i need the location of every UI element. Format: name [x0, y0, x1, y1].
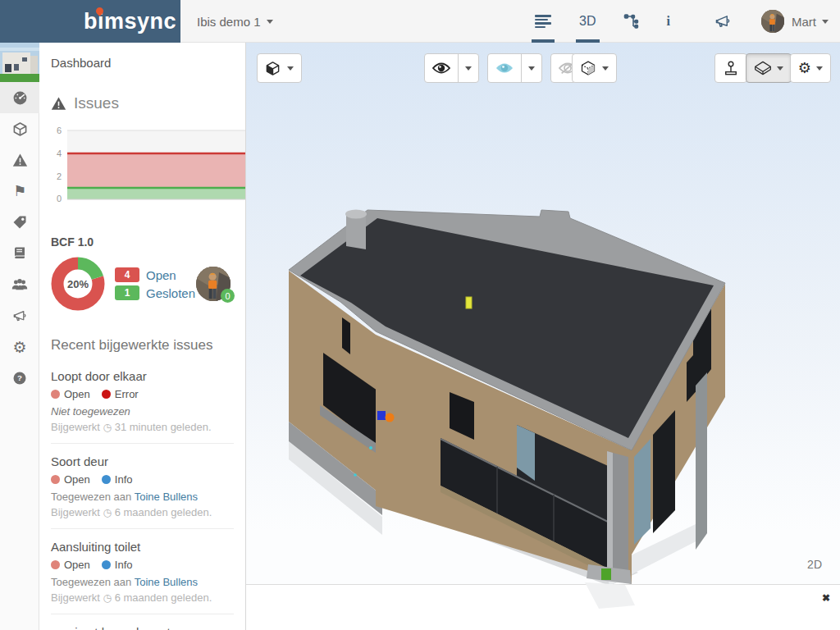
user-name: Mart	[792, 15, 816, 29]
sidebar-item-documents[interactable]	[0, 238, 39, 269]
closed-count-badge: 1	[115, 285, 139, 300]
chevron-down-icon	[816, 66, 823, 71]
issue-marker-orange[interactable]	[386, 413, 395, 422]
chevron-down-icon	[777, 66, 783, 71]
issue-list-item[interactable]: Loopt door elkaar Open Error Niet toegew…	[51, 358, 234, 444]
chimney[interactable]	[346, 213, 366, 249]
section-plane-icon	[754, 60, 772, 76]
sidebar-item-issues[interactable]	[0, 144, 39, 176]
issue-title: Loopt door elkaar	[51, 369, 234, 383]
close-icon[interactable]: ✖	[822, 592, 830, 604]
eye-icon	[432, 62, 450, 75]
warning-icon	[51, 96, 66, 112]
project-thumbnail[interactable]	[0, 43, 39, 82]
2d-mode-toggle[interactable]: 2D	[807, 558, 822, 571]
sidebar-item-models[interactable]	[0, 113, 39, 144]
sidebar-item-dashboard[interactable]	[0, 82, 39, 113]
bimsync-logo: bimsync	[84, 9, 176, 34]
chevron-down-icon	[465, 66, 472, 71]
chevron-down-icon	[287, 66, 294, 71]
show-transparent-dropdown[interactable]	[521, 54, 541, 82]
assignee-avatar[interactable]: 0	[196, 267, 231, 301]
project-name: Ibis demo 1	[197, 15, 261, 29]
sidebar-item-labels[interactable]	[0, 207, 39, 238]
chevron-down-icon	[528, 66, 535, 71]
user-menu[interactable]: Mart	[761, 0, 829, 43]
warning-icon	[12, 153, 28, 168]
avatar-count-badge: 0	[221, 289, 235, 303]
tab-structure-tree[interactable]	[619, 0, 642, 43]
dashboard-panel: Dashboard Issues 6 4 2 0 BCF 1.0	[39, 43, 246, 630]
issue-marker-cyan[interactable]	[369, 446, 372, 450]
viewer-settings-button[interactable]: ⚙	[790, 53, 831, 83]
sidebar-item-help[interactable]: ?	[0, 363, 39, 394]
sidebar-item-members[interactable]	[0, 269, 39, 300]
info-icon: i	[667, 14, 670, 29]
show-transparent-button[interactable]	[487, 53, 542, 83]
top-bar: bimsync Ibis demo 1 3D	[0, 0, 840, 43]
list-view-icon	[535, 13, 551, 30]
issue-list-item[interactable]: Aansluiting toilet Open Info Toegewezen …	[51, 529, 234, 614]
issue-marker-cyan[interactable]	[354, 473, 357, 477]
assignee-link[interactable]: Toine Bullens	[135, 576, 198, 588]
tab-list-view[interactable]	[532, 0, 555, 43]
model-viewer[interactable]: ⚙ 2D ✖	[246, 43, 840, 630]
svg-text:?: ?	[17, 373, 22, 382]
y-tick: 6	[57, 126, 62, 135]
user-avatar	[761, 10, 784, 33]
status-open-dot	[51, 560, 60, 569]
3d-view-label: 3D	[579, 14, 596, 29]
issue-list-item[interactable]: Soort deur Open Info Toegewezen aan Toin…	[51, 444, 234, 529]
type-info-dot	[102, 560, 111, 569]
closed-series-area	[67, 188, 246, 199]
open-legend-link[interactable]: Open	[146, 268, 176, 282]
recent-issues-list: Loopt door elkaar Open Error Niet toegew…	[51, 358, 234, 630]
issue-title: Aansluiting toilet	[51, 540, 234, 554]
clock-icon: ◷	[103, 507, 112, 518]
updated-line: Bijgewerkt ◷ 6 maanden geleden.	[51, 506, 234, 518]
chevron-down-icon	[267, 20, 273, 24]
closed-legend-link[interactable]: Gesloten	[146, 286, 195, 300]
issue-marker-yellow[interactable]	[466, 297, 472, 308]
3d-canvas[interactable]	[246, 43, 840, 630]
issue-marker-green[interactable]	[601, 568, 611, 580]
section-plane-button[interactable]	[746, 53, 792, 83]
updated-line: Bijgewerkt ◷ 31 minuten geleden.	[51, 421, 234, 433]
y-tick: 4	[57, 148, 62, 158]
joystick-icon	[723, 60, 739, 77]
assignee-link[interactable]: Toine Bullens	[135, 491, 198, 503]
bottom-bar	[246, 584, 840, 630]
issue-title: sparing t.b.v. schoorsteen	[51, 625, 234, 630]
viewpoint-cube-button[interactable]	[572, 53, 617, 83]
clock-icon: ◷	[103, 422, 112, 433]
y-tick: 0	[57, 194, 62, 203]
show-objects-button[interactable]	[424, 53, 479, 83]
issue-marker-blue[interactable]	[377, 411, 386, 420]
type-info-dot	[102, 475, 111, 484]
sidebar-item-announcements[interactable]	[0, 300, 39, 331]
brand-area[interactable]: bimsync	[0, 0, 180, 43]
book-icon	[12, 246, 27, 261]
project-selector[interactable]: Ibis demo 1	[197, 0, 273, 43]
sidebar-item-settings[interactable]: ⚙	[0, 331, 39, 363]
megaphone-icon	[12, 309, 28, 323]
glass-door-right[interactable]	[634, 439, 651, 545]
bcf-legend: 4 Open 1 Gesloten	[115, 264, 195, 304]
users-icon	[11, 277, 28, 292]
models-menu-button[interactable]	[257, 53, 302, 83]
tab-info[interactable]: i	[664, 0, 673, 43]
walk-mode-button[interactable]	[714, 53, 747, 83]
page-title: Dashboard	[51, 56, 234, 70]
show-objects-dropdown[interactable]	[458, 54, 478, 82]
chevron-down-icon	[822, 20, 829, 24]
status-open-dot	[51, 390, 60, 399]
models-cube-icon	[265, 61, 281, 76]
sidebar-item-milestones[interactable]: ⚑	[0, 176, 39, 207]
issue-list-item[interactable]: sparing t.b.v. schoorsteen Open Error To…	[51, 614, 234, 630]
status-open-dot	[51, 475, 60, 484]
gear-icon: ⚙	[798, 59, 811, 77]
announcements-button[interactable]	[711, 0, 735, 43]
recent-issues-heading: Recent bijgewerkte issues	[51, 337, 234, 354]
tab-3d-view[interactable]: 3D	[576, 0, 599, 43]
chevron-down-icon	[602, 66, 609, 71]
